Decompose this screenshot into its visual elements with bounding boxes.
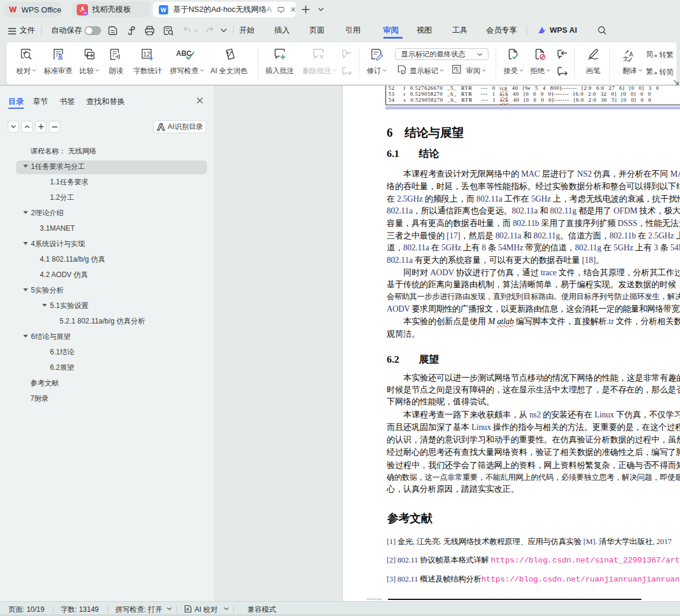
svg-text:文: 文 (623, 55, 629, 62)
svg-text:A: A (629, 51, 634, 58)
svg-text:12: 12 (143, 51, 150, 58)
svg-text:繁: 繁 (646, 67, 653, 76)
svg-text:简: 简 (646, 50, 653, 58)
svg-text:AI: AI (84, 11, 87, 14)
svg-text:ABC: ABC (176, 49, 192, 58)
